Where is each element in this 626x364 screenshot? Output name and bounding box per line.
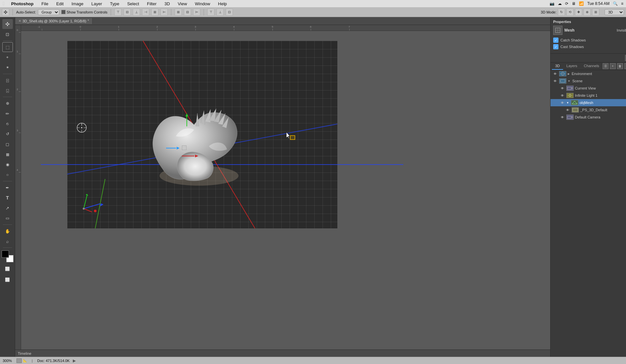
tool-hand[interactable]: ✋: [2, 226, 13, 236]
transform-z-arrow[interactable]: [182, 153, 198, 159]
distribute-v2-icon[interactable]: ⊥: [216, 9, 224, 16]
zoom-level[interactable]: 300%: [3, 359, 12, 363]
cast-shadows-checkbox[interactable]: ✓: [553, 44, 558, 49]
tool-quick-mask[interactable]: ⬜: [2, 264, 13, 274]
document-tab[interactable]: ✕ 3D_Shell.obj @ 300% (Layer 1, RGB/8) *: [15, 18, 93, 24]
eye-default-camera[interactable]: 👁: [560, 115, 565, 120]
tool-screen-mode[interactable]: ⬜: [2, 275, 13, 285]
3d-slide-icon[interactable]: ⊕: [583, 9, 591, 16]
menu-layer[interactable]: Layer: [90, 1, 103, 6]
tool-move[interactable]: ✜: [2, 19, 13, 29]
eye-current-view[interactable]: 👁: [560, 86, 565, 91]
menu-help[interactable]: Help: [217, 1, 228, 6]
layer-item-current-view[interactable]: 👁 Current View: [551, 85, 626, 92]
eye-environment[interactable]: 👁: [553, 71, 558, 76]
menu-filter[interactable]: Filter: [146, 1, 158, 6]
distribute-right-icon[interactable]: ⊢: [193, 9, 200, 16]
extra-icon[interactable]: ⊡: [226, 9, 233, 16]
tool-shape[interactable]: ▭: [2, 213, 13, 223]
tool-lasso[interactable]: ⌖: [2, 52, 13, 62]
3d-scale-icon[interactable]: ⊞: [592, 9, 599, 16]
menu-select[interactable]: Select: [126, 1, 140, 6]
tool-brush[interactable]: ✏: [2, 109, 13, 118]
apple-menu[interactable]: : [3, 1, 5, 7]
align-right-icon[interactable]: ⊢: [160, 9, 168, 16]
tab-action-new[interactable]: +: [610, 63, 616, 69]
tool-gradient[interactable]: ▦: [2, 149, 13, 159]
align-top-icon[interactable]: ⊤: [114, 9, 122, 16]
eye-objmesh[interactable]: 👁: [560, 100, 565, 105]
tool-eyedropper[interactable]: ⌺: [2, 86, 13, 95]
menu-view[interactable]: View: [177, 1, 188, 6]
canvas-area[interactable]: -1 0 1 2 3 4 5 6 7 0 1 2: [15, 25, 550, 357]
layer-item-infinite-light[interactable]: 👁 Infinite Light 1: [551, 92, 626, 99]
align-left-icon[interactable]: ⊣: [142, 9, 149, 16]
3d-pan-icon[interactable]: ✚: [575, 9, 582, 16]
3d-view-dropdown[interactable]: 3D: [605, 9, 624, 15]
color-swatches[interactable]: [2, 250, 14, 262]
menu-camera-icon: 📷: [550, 1, 555, 6]
menu-3d[interactable]: 3D: [163, 1, 171, 6]
tool-pen[interactable]: ✒: [2, 183, 13, 193]
canvas-document[interactable]: [67, 41, 337, 228]
layer-item-scene[interactable]: 👁 ▼ Scene: [551, 77, 626, 85]
tab-action-trash[interactable]: 🗑: [617, 63, 623, 69]
distribute-center-icon[interactable]: ⊟: [184, 9, 191, 16]
layer-item-objmesh[interactable]: 👁 ▼ objMesh: [551, 99, 626, 106]
distribute-v1-icon[interactable]: ⊤: [207, 9, 214, 16]
align-bottom-icon[interactable]: ⊥: [133, 9, 140, 16]
menu-image[interactable]: Image: [70, 1, 85, 6]
tool-zoom[interactable]: ⌕: [2, 236, 13, 246]
status-arrow[interactable]: ▶: [73, 358, 76, 363]
3d-view-select-wrapper[interactable]: 3D: [605, 9, 624, 15]
tool-clone[interactable]: ⎋: [2, 119, 13, 129]
show-transform-check[interactable]: Show Transform Controls: [61, 10, 107, 14]
properties-action-1[interactable]: ⊞: [625, 55, 626, 61]
align-vcenter-icon[interactable]: ⊟: [124, 9, 131, 16]
tool-healing[interactable]: ⊕: [2, 98, 13, 108]
menu-control-icon[interactable]: ≡: [621, 1, 623, 6]
tool-text[interactable]: T: [2, 193, 13, 203]
auto-select-dropdown[interactable]: Group Layer: [38, 9, 59, 15]
foreground-color-swatch[interactable]: [2, 250, 9, 258]
menu-search-icon[interactable]: 🔍: [613, 1, 618, 6]
eye-infinite-light[interactable]: 👁: [560, 93, 565, 98]
3d-roll-icon[interactable]: ⟲: [566, 9, 574, 16]
tab-action-list[interactable]: ☰: [603, 63, 609, 69]
menu-photoshop[interactable]: Photoshop: [10, 1, 35, 6]
move-tool-icon[interactable]: ✜: [2, 9, 9, 16]
canvas-viewport[interactable]: [21, 31, 550, 357]
tab-3d[interactable]: 3D: [552, 63, 563, 70]
light-compass[interactable]: [76, 122, 87, 133]
layer-item-environment[interactable]: 👁 ▶ Environment: [551, 70, 626, 77]
menu-window[interactable]: Window: [194, 1, 212, 6]
tool-dodge[interactable]: ○: [2, 170, 13, 180]
tool-artboard[interactable]: ⊡: [2, 29, 13, 39]
menu-edit[interactable]: Edit: [55, 1, 65, 6]
tab-channels[interactable]: Channels: [581, 63, 602, 70]
align-hcenter-icon[interactable]: ⊞: [151, 9, 158, 16]
catch-shadows-checkbox[interactable]: ✓: [553, 38, 558, 43]
menu-file[interactable]: File: [40, 1, 50, 6]
3d-rotate-icon[interactable]: ↻: [558, 9, 565, 16]
doc-tab-close[interactable]: ✕: [18, 19, 21, 23]
eye-scene[interactable]: 👁: [553, 78, 558, 84]
tool-blur[interactable]: ◉: [2, 160, 13, 169]
tool-path-select[interactable]: ↗: [2, 203, 13, 213]
tool-marquee[interactable]: ⬚: [2, 42, 13, 52]
tool-eraser[interactable]: ◻: [2, 139, 13, 149]
tab-action-merge[interactable]: ⊞: [624, 63, 626, 69]
transform-y-arrow[interactable]: [184, 113, 189, 126]
transform-x-arrow[interactable]: [166, 145, 179, 151]
tab-layers[interactable]: Layers: [563, 63, 581, 70]
eye-ps3ddefault[interactable]: 👁: [565, 107, 570, 113]
tool-magic-wand[interactable]: ✴: [2, 63, 13, 72]
tool-crop[interactable]: ⌻: [2, 75, 13, 85]
menu-type[interactable]: Type: [109, 1, 121, 6]
transform-checkbox[interactable]: [61, 10, 66, 14]
layer-item-ps3ddefault[interactable]: 👁 _PS_3D_Default: [551, 106, 626, 114]
distribute-left-icon[interactable]: ⊞: [175, 9, 182, 16]
transform-center-cube[interactable]: [182, 145, 186, 150]
tool-history[interactable]: ↺: [2, 129, 13, 139]
layer-item-default-camera[interactable]: 👁 Default Camera: [551, 114, 626, 121]
